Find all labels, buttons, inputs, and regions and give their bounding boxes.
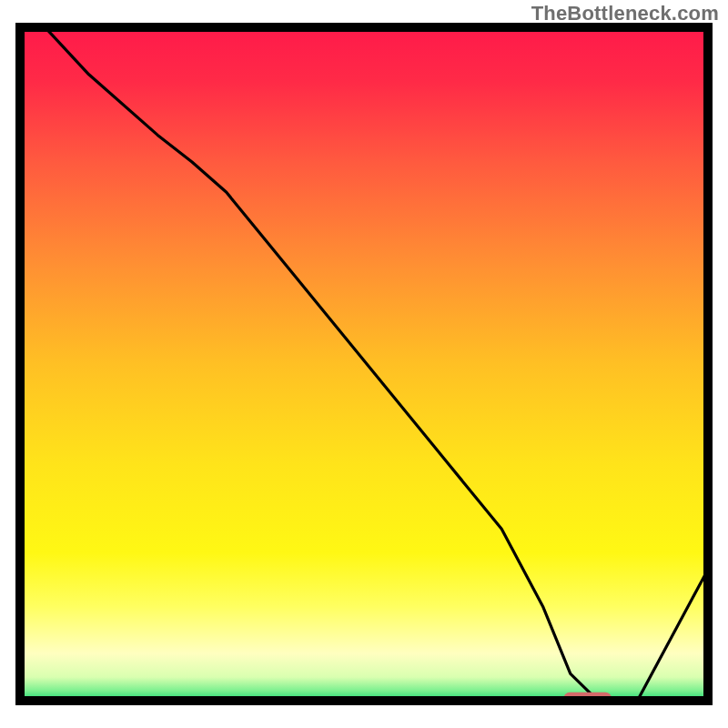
plot-background [20, 27, 708, 701]
bottleneck-chart: TheBottleneck.com [0, 0, 728, 728]
chart-svg [0, 0, 728, 728]
